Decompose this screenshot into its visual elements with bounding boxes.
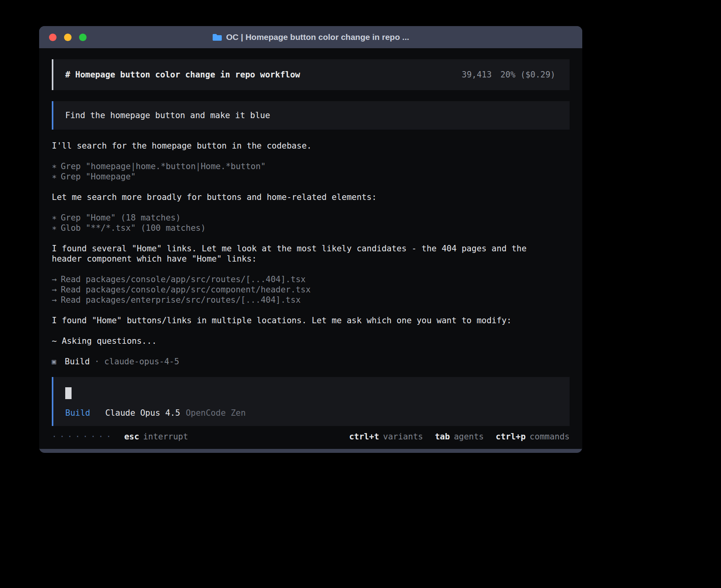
assistant-text: Let me search more broadly for buttons a… [52,192,570,202]
session-cost: ($0.29) [520,70,555,79]
shortcut-key: ctrl+p [496,432,526,442]
tool-call-group: ∗Grep "homepage|home.*button|Home.*butto… [52,161,570,182]
zoom-button[interactable] [79,34,87,41]
separator-dot: · [94,356,100,367]
prompt-input[interactable]: Build Claude Opus 4.5 OpenCode Zen [52,377,570,426]
tool-call-grep: ∗Grep "Home" (18 matches) [52,213,570,223]
agent-icon: ▣ [52,356,56,367]
spinner-dots: ········ [52,432,114,442]
shortcut-key: tab [435,432,450,442]
assistant-paragraph: I found several "Home" links. Let me loo… [52,243,570,264]
close-button[interactable] [49,34,57,41]
tool-call-read: →Read packages/enterprise/src/routes/[..… [52,295,570,305]
shortcut-agents[interactable]: tab agents [435,432,484,442]
window-title-text: OC | Homepage button color change in rep… [226,32,409,42]
tool-call-text: Read packages/enterprise/src/routes/[...… [61,295,301,305]
tool-call-grep: ∗Grep "Homepage" [52,172,570,182]
assistant-text: I'll search for the homepage button in t… [52,141,570,151]
assistant-paragraph: I found "Home" buttons/links in multiple… [52,315,570,326]
traffic-lights [39,34,87,41]
agent-model: claude-opus-4-5 [104,356,179,367]
assistant-text: I found "Home" buttons/links in multiple… [52,315,570,326]
esc-label: interrupt [143,432,188,442]
tool-call-group: ∗Grep "Home" (18 matches) ∗Glob "**/*.ts… [52,213,570,233]
provider-label: OpenCode Zen [186,408,246,418]
tool-call-text: Read packages/console/app/src/routes/[..… [61,275,306,284]
token-count: 39,413 [462,70,492,79]
text-cursor [65,387,72,399]
mode-label[interactable]: Build [65,408,90,418]
user-message: Find the homepage button and make it blu… [52,101,570,130]
user-message-text: Find the homepage button and make it blu… [65,111,270,120]
asking-questions-status: ~ Asking questions... [52,336,570,346]
shortcut-commands[interactable]: ctrl+p commands [496,432,570,442]
tool-call-glob: ∗Glob "**/*.tsx" (100 matches) [52,223,570,233]
esc-key[interactable]: esc [124,432,139,442]
arrow-icon: → [52,295,57,305]
tool-call-text: Grep "Home" (18 matches) [61,213,181,222]
shortcut-label: agents [454,432,484,442]
context-percent: 20% [500,70,515,79]
assistant-paragraph: I'll search for the homepage button in t… [52,141,570,151]
tool-call-group: →Read packages/console/app/src/routes/[.… [52,274,570,305]
tool-call-read: →Read packages/console/app/src/routes/[.… [52,274,570,285]
arrow-icon: → [52,275,57,284]
tool-marker-icon: ∗ [52,162,57,171]
shortcut-key: ctrl+t [349,432,379,442]
titlebar[interactable]: OC | Homepage button color change in rep… [39,26,582,48]
agent-name: Build [65,356,90,367]
shortcut-label: variants [383,432,423,442]
tool-call-text: Grep "Homepage" [61,172,136,181]
shortcut-label: commands [530,432,570,442]
agent-status: ▣ Build · claude-opus-4-5 [52,356,570,367]
terminal-window: OC | Homepage button color change in rep… [39,26,582,453]
tool-call-read: →Read packages/console/app/src/component… [52,285,570,295]
tool-call-text: Read packages/console/app/src/component/… [61,285,311,294]
status-bar: ········ esc interrupt ctrl+t variants t… [52,432,570,442]
tool-call-text: Grep "homepage|home.*button|Home.*button… [61,162,266,171]
minimize-button[interactable] [64,34,72,41]
session-title: # Homepage button color change in repo w… [65,69,300,80]
tool-call-text: Glob "**/*.tsx" (100 matches) [61,223,206,233]
arrow-icon: → [52,285,57,294]
folder-icon [212,33,222,41]
session-stats: 39,41320% ($0.29) [462,69,555,80]
shortcut-variants[interactable]: ctrl+t variants [349,432,423,442]
assistant-paragraph: ~ Asking questions... [52,336,570,346]
assistant-text: I found several "Home" links. Let me loo… [52,243,542,264]
tool-marker-icon: ∗ [52,172,57,181]
tool-marker-icon: ∗ [52,223,57,233]
assistant-paragraph: Let me search more broadly for buttons a… [52,192,570,202]
tool-marker-icon: ∗ [52,213,57,222]
input-meta: Build Claude Opus 4.5 OpenCode Zen [65,408,558,418]
terminal-content: # Homepage button color change in repo w… [39,48,582,449]
session-header: # Homepage button color change in repo w… [52,59,570,90]
tool-call-grep: ∗Grep "homepage|home.*button|Home.*butto… [52,161,570,172]
window-title: OC | Homepage button color change in rep… [39,26,582,48]
model-label[interactable]: Claude Opus 4.5 [105,408,180,418]
